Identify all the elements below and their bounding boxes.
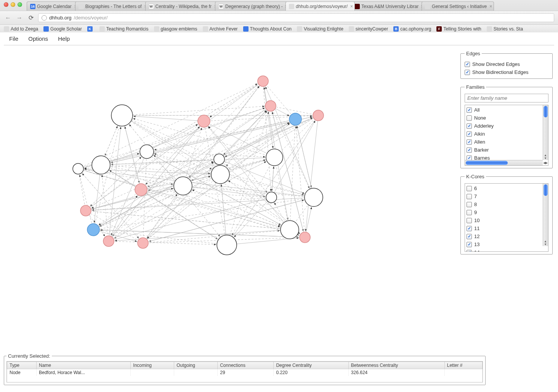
kcore-item[interactable]: 13: [467, 240, 547, 248]
browser-tab[interactable]: dhhub.org/demos/voyeur/×: [285, 2, 355, 11]
browser-tab[interactable]: General Settings ‹ Initiative×: [422, 2, 494, 11]
bookmark-item[interactable]: glasgow emblems: [154, 26, 197, 32]
kcore-checkbox[interactable]: [467, 210, 472, 215]
address-bar[interactable]: dhhub.org/demos/voyeur/: [38, 13, 554, 22]
kcore-item[interactable]: 10: [467, 216, 547, 224]
kcore-item[interactable]: 6: [467, 184, 547, 192]
graph-node[interactable]: [217, 235, 237, 255]
family-item[interactable]: None: [467, 114, 547, 122]
kcore-checkbox[interactable]: [467, 226, 472, 231]
kcore-checkbox[interactable]: [467, 242, 472, 247]
kcore-checkbox[interactable]: [467, 186, 472, 191]
kcore-item[interactable]: 12: [467, 232, 547, 240]
column-header[interactable]: Name: [36, 362, 130, 369]
kcores-scrollbar-v[interactable]: [543, 184, 548, 246]
bookmark-item[interactable]: Visualizing Enlighte: [297, 26, 343, 32]
forward-button[interactable]: →: [15, 14, 24, 22]
reload-button[interactable]: ⟳: [27, 14, 35, 22]
graph-node[interactable]: [87, 224, 99, 236]
graph-node[interactable]: [174, 177, 192, 195]
browser-tab[interactable]: 16Google Calendar×: [27, 2, 79, 11]
family-checkbox[interactable]: [467, 139, 472, 145]
column-header[interactable]: Betweenness Centralty: [348, 362, 444, 369]
bookmark-item[interactable]: Archive Fever: [203, 26, 238, 32]
kcores-scroll-arrows-v[interactable]: ▲▼: [543, 240, 548, 246]
show-directed-edges-row[interactable]: Show Directed Edges: [465, 60, 548, 68]
show-bidir-edges-checkbox[interactable]: [465, 70, 470, 75]
family-checkbox[interactable]: [467, 107, 472, 113]
family-checkbox[interactable]: [467, 147, 472, 153]
family-checkbox[interactable]: [467, 123, 472, 129]
bookmark-item[interactable]: Google Scholar: [43, 26, 82, 32]
family-checkbox[interactable]: [467, 115, 472, 121]
scroll-arrows-v[interactable]: ▲▼: [543, 154, 548, 160]
close-icon[interactable]: ×: [350, 4, 353, 9]
family-item[interactable]: All: [467, 106, 547, 114]
family-item[interactable]: Barker: [467, 146, 547, 154]
browser-tab[interactable]: Texas A&M University Librar×: [351, 2, 425, 11]
graph-node[interactable]: [135, 184, 147, 196]
column-header[interactable]: Incoming: [131, 362, 174, 369]
families-list[interactable]: AllNoneAdderleyAikinAllenBarkerBarnesBed…: [465, 105, 548, 166]
graph-node[interactable]: [258, 76, 268, 86]
bookmark-item[interactable]: sincerityCowper: [349, 26, 388, 32]
kcore-checkbox[interactable]: [467, 250, 472, 252]
graph-node[interactable]: [211, 165, 229, 184]
show-directed-edges-checkbox[interactable]: [465, 62, 470, 67]
graph-node[interactable]: [214, 154, 224, 165]
graph-node[interactable]: [138, 238, 148, 248]
browser-tab[interactable]: Biographies - The Letters of×: [75, 2, 149, 11]
kcore-item[interactable]: 14: [467, 248, 547, 252]
show-bidir-edges-row[interactable]: Show Bidirectional Edges: [465, 68, 548, 76]
family-item[interactable]: Adderley: [467, 122, 547, 130]
graph-node[interactable]: [140, 145, 154, 158]
bookmark-item[interactable]: Thoughts About Con: [243, 26, 292, 32]
column-header[interactable]: Outgoing: [174, 362, 218, 369]
graph-node[interactable]: [266, 192, 277, 203]
graph-node[interactable]: [80, 205, 91, 216]
graph-node[interactable]: [281, 221, 299, 239]
table-row[interactable]: Node Bedford, Horace Wal... 29 0.220 326…: [7, 369, 483, 376]
kcore-checkbox[interactable]: [467, 194, 472, 199]
column-header[interactable]: Type: [7, 362, 37, 369]
graph-node[interactable]: [266, 149, 283, 166]
bookmark-item[interactable]: K: [87, 26, 94, 32]
bookmark-item[interactable]: Add to Zeega: [4, 26, 38, 32]
kcore-checkbox[interactable]: [467, 202, 472, 207]
graph-node[interactable]: [305, 188, 323, 206]
kcore-item[interactable]: 11: [467, 224, 547, 232]
kcore-checkbox[interactable]: [467, 218, 472, 223]
family-checkbox[interactable]: [467, 131, 472, 137]
graph-node[interactable]: [289, 113, 301, 125]
kcore-item[interactable]: 7: [467, 192, 547, 200]
column-header[interactable]: Connections: [218, 362, 274, 369]
families-scrollbar-v[interactable]: [543, 105, 548, 160]
bookmark-item[interactable]: Teaching Romanticis: [99, 26, 149, 32]
family-item[interactable]: Aikin: [467, 130, 547, 138]
menu-help[interactable]: Help: [58, 35, 70, 42]
family-item[interactable]: Allen: [467, 138, 547, 146]
kcores-list[interactable]: 67891011121314 ▲▼: [465, 183, 548, 252]
back-button[interactable]: ←: [4, 14, 12, 22]
network-graph[interactable]: [0, 47, 459, 346]
bookmark-item[interactable]: Bcac.ophony.org: [393, 26, 431, 32]
close-icon[interactable]: ×: [489, 4, 492, 9]
graph-node[interactable]: [300, 232, 310, 243]
graph-node[interactable]: [73, 163, 83, 174]
menu-options[interactable]: Options: [28, 35, 48, 42]
graph-node[interactable]: [103, 236, 114, 246]
bookmark-item[interactable]: Stories vs. Sta: [487, 26, 523, 32]
menu-file[interactable]: File: [9, 35, 18, 42]
graph-node[interactable]: [265, 101, 276, 111]
browser-tab[interactable]: WCentrality - Wikipedia, the fr×: [145, 2, 219, 11]
bookmark-item[interactable]: FTelling Stories with: [436, 26, 481, 32]
zoom-window-button[interactable]: [18, 2, 22, 7]
minimize-window-button[interactable]: [11, 2, 15, 7]
graph-node[interactable]: [111, 105, 133, 126]
column-header[interactable]: Degree Centrality: [274, 362, 348, 369]
close-window-button[interactable]: [4, 2, 8, 7]
graph-node[interactable]: [92, 156, 110, 174]
graph-node[interactable]: [313, 110, 324, 121]
kcore-checkbox[interactable]: [467, 234, 472, 239]
family-name-input[interactable]: [465, 94, 548, 102]
